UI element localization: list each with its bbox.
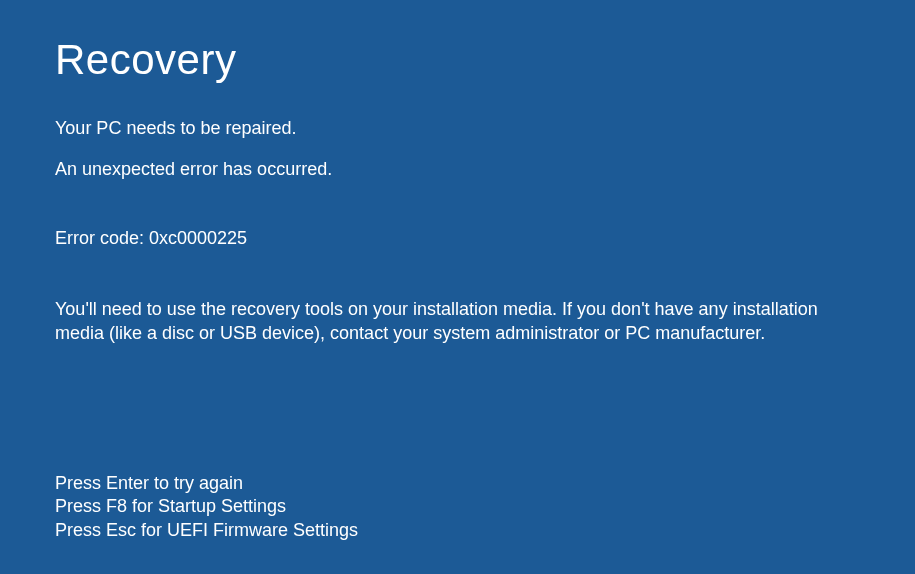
keypress-enter: Press Enter to try again: [55, 472, 358, 495]
repair-subtitle: Your PC needs to be repaired.: [55, 118, 860, 139]
error-code: Error code: 0xc0000225: [55, 228, 860, 249]
keypress-options: Press Enter to try again Press F8 for St…: [55, 472, 358, 542]
keypress-esc: Press Esc for UEFI Firmware Settings: [55, 519, 358, 542]
page-title: Recovery: [55, 0, 860, 84]
recovery-instructions: You'll need to use the recovery tools on…: [55, 297, 855, 346]
keypress-f8: Press F8 for Startup Settings: [55, 495, 358, 518]
error-message: An unexpected error has occurred.: [55, 159, 860, 180]
